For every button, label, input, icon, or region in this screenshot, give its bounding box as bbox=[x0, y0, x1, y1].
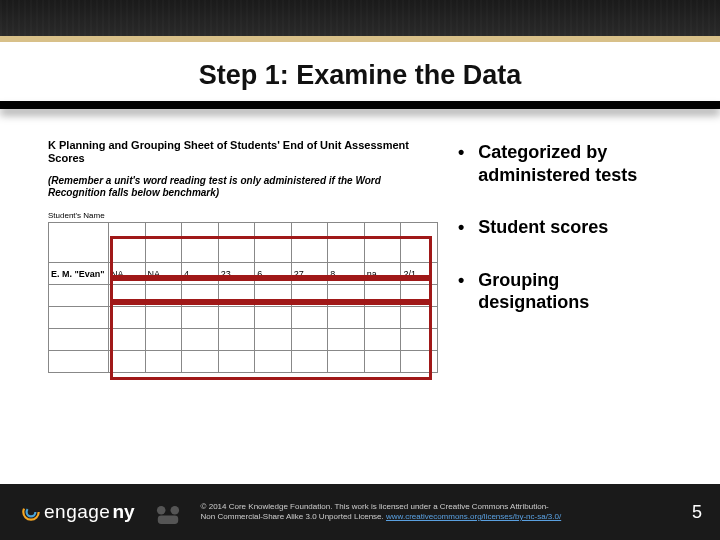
bullet-text: Student scores bbox=[478, 216, 608, 239]
header-cell bbox=[401, 223, 438, 263]
table-header-row bbox=[49, 223, 438, 263]
bullet-item: • Student scores bbox=[458, 216, 672, 239]
license-line2: Non Commercial-Share Alike 3.0 Unported … bbox=[201, 512, 386, 521]
svg-point-2 bbox=[157, 506, 166, 515]
score-cell: 2/1 bbox=[401, 263, 438, 285]
header-cell bbox=[182, 223, 219, 263]
title-wrap: Step 1: Examine the Data bbox=[0, 42, 720, 101]
header-cell bbox=[255, 223, 292, 263]
bullet-text: Grouping designations bbox=[478, 269, 672, 314]
svg-rect-4 bbox=[157, 515, 177, 524]
header-cell bbox=[49, 223, 109, 263]
page-number: 5 bbox=[692, 502, 702, 523]
header-cell bbox=[109, 223, 146, 263]
bullet-dot-icon: • bbox=[458, 216, 464, 239]
datasheet-panel: K Planning and Grouping Sheet of Student… bbox=[48, 139, 438, 402]
bullet-item: • Categorized by administered tests bbox=[458, 141, 672, 186]
score-cell: 6 bbox=[255, 263, 292, 285]
table-row bbox=[49, 307, 438, 329]
table-row bbox=[49, 285, 438, 307]
brand-engage: engage bbox=[44, 501, 110, 523]
score-cell: 27 bbox=[291, 263, 328, 285]
header-cell bbox=[145, 223, 182, 263]
score-cell: NA bbox=[109, 263, 146, 285]
title-underline bbox=[0, 101, 720, 109]
table-row bbox=[49, 351, 438, 373]
student-name-cell: E. M. "Evan" bbox=[49, 263, 109, 285]
license-text: © 2014 Core Knowledge Foundation. This w… bbox=[201, 502, 676, 522]
svg-point-1 bbox=[27, 508, 36, 517]
table-area: E. M. "Evan" NA NA 4 23 6 27 8 na 2/1 bbox=[48, 222, 438, 402]
svg-point-3 bbox=[170, 506, 179, 515]
bullet-dot-icon: • bbox=[458, 269, 464, 314]
blackboard-banner bbox=[0, 0, 720, 42]
content-area: K Planning and Grouping Sheet of Student… bbox=[0, 109, 720, 402]
license-line1: © 2014 Core Knowledge Foundation. This w… bbox=[201, 502, 549, 511]
header-cell bbox=[291, 223, 328, 263]
sheet-note: (Remember a unit's word reading test is … bbox=[48, 175, 438, 199]
table-row bbox=[49, 329, 438, 351]
footer-bar: engageny © 2014 Core Knowledge Foundatio… bbox=[0, 484, 720, 540]
bullet-item: • Grouping designations bbox=[458, 269, 672, 314]
sheet-heading: K Planning and Grouping Sheet of Student… bbox=[48, 139, 438, 165]
score-cell: NA bbox=[145, 263, 182, 285]
slide-title: Step 1: Examine the Data bbox=[0, 60, 720, 91]
bullet-dot-icon: • bbox=[458, 141, 464, 186]
table-row: E. M. "Evan" NA NA 4 23 6 27 8 na 2/1 bbox=[49, 263, 438, 285]
brand-ny: ny bbox=[112, 501, 134, 523]
core-knowledge-logo-icon bbox=[151, 495, 185, 529]
header-cell bbox=[364, 223, 401, 263]
engage-swirl-icon bbox=[20, 501, 42, 523]
bullets-panel: • Categorized by administered tests • St… bbox=[458, 139, 672, 402]
score-cell: 23 bbox=[218, 263, 255, 285]
header-cell bbox=[218, 223, 255, 263]
score-cell: na bbox=[364, 263, 401, 285]
score-cell: 8 bbox=[328, 263, 365, 285]
bullet-text: Categorized by administered tests bbox=[478, 141, 672, 186]
engageny-logo: engageny bbox=[20, 501, 135, 523]
score-cell: 4 bbox=[182, 263, 219, 285]
score-table: E. M. "Evan" NA NA 4 23 6 27 8 na 2/1 bbox=[48, 222, 438, 373]
students-name-label: Student's Name bbox=[48, 211, 438, 220]
header-cell bbox=[328, 223, 365, 263]
license-link[interactable]: www.creativecommons.org/licenses/by-nc-s… bbox=[386, 512, 561, 521]
